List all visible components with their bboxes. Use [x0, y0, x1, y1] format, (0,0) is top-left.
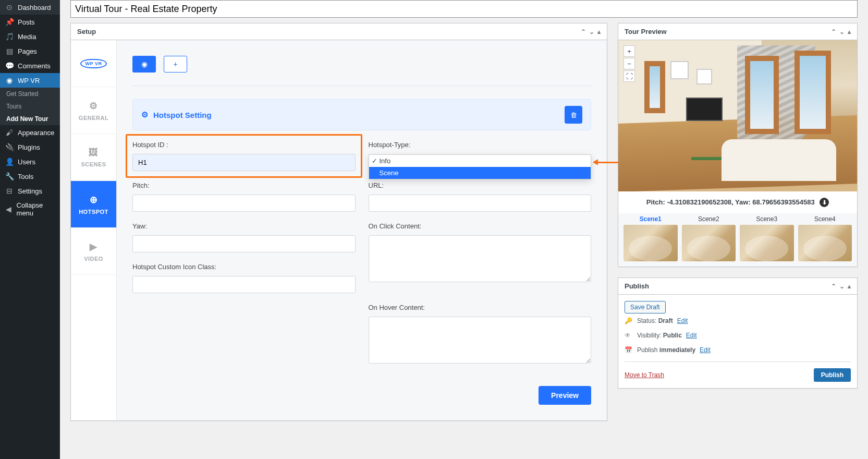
hotspot-current-button[interactable]: ◉ [132, 56, 156, 73]
image-icon: 🖼 [89, 147, 99, 158]
hotspot-add-button[interactable]: + [164, 56, 187, 73]
admin-sidebar: ⊙Dashboard 📌Posts 🎵Media ▤Pages 💬Comment… [0, 0, 60, 459]
edit-status-link[interactable]: Edit [677, 317, 688, 324]
panel-toggle-icon[interactable]: ▴ [848, 28, 851, 35]
scene-thumb-1[interactable]: Scene1 [624, 213, 678, 261]
url-field: URL: [369, 182, 592, 212]
yaw-input[interactable] [132, 235, 356, 252]
sidebar-item-appearance[interactable]: 🖌Appearance [0, 125, 60, 140]
pages-icon: ▤ [5, 47, 14, 55]
key-icon: 🔑 [625, 317, 633, 324]
scene-label: Scene4 [798, 213, 852, 225]
setup-tab-video[interactable]: ▶VIDEO [71, 228, 116, 275]
sidebar-item-tools[interactable]: 🔧Tools [0, 169, 60, 184]
plus-icon: + [173, 60, 177, 68]
scene-thumb-2[interactable]: Scene2 [682, 213, 736, 261]
zoom-out-button[interactable]: − [624, 58, 635, 69]
setup-tabs: WP VR ⚙GENERAL 🖼SCENES ⊕HOTSPOT ▶VIDEO [71, 40, 117, 420]
yaw-label: , Yaw: [731, 198, 752, 206]
hotspot-type-dropdown[interactable]: Info Scene [369, 154, 592, 179]
pitch-label: Pitch: [132, 182, 356, 189]
sidebar-sub-tours[interactable]: Tours [0, 100, 60, 113]
panel-toggle-icon[interactable]: ▴ [597, 28, 601, 35]
setup-tab-general[interactable]: ⚙GENERAL [71, 87, 116, 134]
sidebar-label: Dashboard [18, 4, 51, 11]
sidebar-item-media[interactable]: 🎵Media [0, 29, 60, 44]
hotspot-id-label: Hotspot ID : [132, 141, 356, 149]
scene-thumb-3[interactable]: Scene3 [740, 213, 794, 261]
url-input[interactable] [369, 195, 592, 212]
sidebar-item-settings[interactable]: ⊟Settings [0, 184, 60, 198]
sidebar-sub-getstarted[interactable]: Get Started [0, 88, 60, 100]
gear-icon: ⚙ [89, 100, 98, 112]
sidebar-label: Media [18, 33, 36, 41]
publish-button[interactable]: Publish [814, 368, 851, 382]
status-label: Status: [637, 317, 658, 324]
panorama-viewer[interactable]: + − ⛶ [618, 40, 857, 191]
save-draft-button[interactable]: Save Draft [625, 301, 666, 313]
url-label: URL: [369, 182, 592, 189]
sidebar-item-collapse[interactable]: ◀Collapse menu [0, 198, 60, 220]
panel-down-icon[interactable]: ⌄ [839, 283, 845, 290]
sidebar-item-posts[interactable]: 📌Posts [0, 15, 60, 29]
sidebar-label: Comments [18, 62, 51, 70]
panel-down-icon[interactable]: ⌄ [839, 28, 845, 35]
collapse-icon: ◀ [5, 205, 13, 213]
pitch-input[interactable] [132, 195, 356, 212]
hotspot-type-field: Hotspot-Type: Info Scene [369, 141, 592, 171]
edit-schedule-link[interactable]: Edit [700, 346, 711, 354]
zoom-in-button[interactable]: + [624, 45, 635, 57]
tour-preview-header[interactable]: Tour Preview ⌃ ⌄ ▴ [618, 23, 857, 40]
visibility-label: Visibility: [637, 332, 663, 339]
visibility-row: 👁 Visibility: Public Edit [625, 328, 851, 343]
setup-tab-hotspot[interactable]: ⊕HOTSPOT [71, 181, 116, 228]
eye-icon: 👁 [625, 332, 633, 339]
tab-label: HOTSPOT [79, 209, 108, 215]
setup-tab-scenes[interactable]: 🖼SCENES [71, 134, 116, 181]
move-to-trash-link[interactable]: Move to Trash [625, 371, 664, 379]
setup-panel: Setup ⌃ ⌄ ▴ WP VR ⚙GENERAL 🖼SCENE [70, 23, 607, 421]
panel-up-icon[interactable]: ⌃ [831, 283, 836, 290]
sidebar-item-wpvr[interactable]: ◉WP VR [0, 73, 60, 88]
panel-down-icon[interactable]: ⌄ [589, 28, 594, 35]
sidebar-item-pages[interactable]: ▤Pages [0, 44, 60, 58]
iconclass-input[interactable] [132, 276, 356, 293]
setup-panel-header[interactable]: Setup ⌃ ⌄ ▴ [71, 23, 607, 40]
sidebar-item-dashboard[interactable]: ⊙Dashboard [0, 0, 60, 15]
post-title-input[interactable] [70, 0, 858, 18]
yaw-value: 68.79656393554583 [752, 198, 814, 206]
yaw-label: Yaw: [132, 222, 356, 230]
scene-label: Scene2 [682, 213, 736, 225]
sidebar-item-comments[interactable]: 💬Comments [0, 58, 60, 73]
scene-thumb-image [682, 225, 736, 261]
panel-toggle-icon[interactable]: ▴ [848, 283, 851, 290]
edit-visibility-link[interactable]: Edit [686, 332, 697, 339]
fullscreen-button[interactable]: ⛶ [624, 70, 635, 82]
hotspot-setting-header: ⚙Hotspot Setting 🗑 [132, 99, 591, 130]
panel-up-icon[interactable]: ⌃ [831, 28, 836, 35]
preview-button[interactable]: Preview [539, 386, 591, 405]
comments-icon: 💬 [5, 62, 14, 70]
sidebar-item-users[interactable]: 👤Users [0, 154, 60, 169]
onhover-textarea[interactable] [369, 317, 592, 364]
publish-header[interactable]: Publish ⌃ ⌄ ▴ [618, 278, 857, 295]
panel-up-icon[interactable]: ⌃ [581, 28, 586, 35]
download-coords-button[interactable]: ⬇ [820, 198, 829, 207]
hotspot-id-input[interactable] [132, 154, 356, 171]
setup-tab-logo[interactable]: WP VR [71, 40, 116, 87]
sidebar-item-plugins[interactable]: 🔌Plugins [0, 140, 60, 154]
sidebar-label: Appearance [18, 129, 54, 137]
users-icon: 👤 [5, 158, 14, 166]
trash-icon: 🗑 [570, 111, 577, 119]
pitch-value: -4.310832190652308 [667, 198, 731, 206]
scene-label: Scene1 [624, 213, 678, 225]
pitch-label: Pitch: [646, 198, 667, 206]
appearance-icon: 🖌 [5, 128, 14, 137]
scene-thumb-4[interactable]: Scene4 [798, 213, 852, 261]
dropdown-opt-scene[interactable]: Scene [369, 167, 591, 179]
iconclass-label: Hotspot Custom Icon Class: [132, 263, 356, 271]
dropdown-opt-info[interactable]: Info [369, 155, 591, 167]
delete-hotspot-button[interactable]: 🗑 [565, 106, 582, 124]
sidebar-sub-addnew[interactable]: Add New Tour [0, 113, 60, 125]
onclick-textarea[interactable] [369, 235, 592, 282]
